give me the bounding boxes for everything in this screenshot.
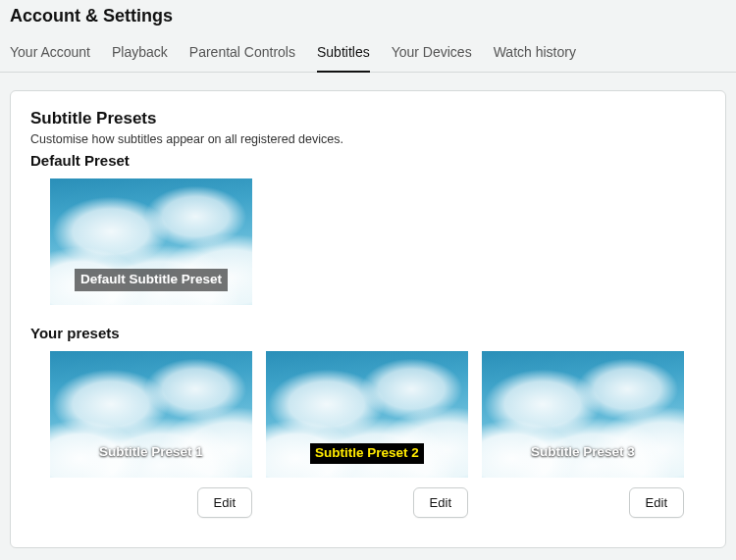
preset-thumb-1[interactable]: Subtitle Preset 1 — [50, 351, 252, 478]
section-description: Customise how subtitles appear on all re… — [30, 132, 706, 146]
tab-parental-controls[interactable]: Parental Controls — [189, 34, 295, 72]
default-preset-caption: Default Subtitle Preset — [75, 269, 228, 291]
tab-your-account[interactable]: Your Account — [10, 34, 90, 72]
preset-thumb-3[interactable]: Subtitle Preset 3 — [482, 351, 684, 478]
your-presets-heading: Your presets — [30, 325, 706, 341]
subtitle-presets-panel: Subtitle Presets Customise how subtitles… — [10, 90, 726, 548]
preset-card-1: Subtitle Preset 1 Edit — [50, 351, 252, 518]
default-preset-row: Default Subtitle Preset — [50, 178, 706, 305]
section-title: Subtitle Presets — [30, 109, 706, 128]
edit-button-preset-2[interactable]: Edit — [413, 487, 468, 518]
default-preset-card: Default Subtitle Preset — [50, 178, 252, 305]
tab-watch-history[interactable]: Watch history — [494, 34, 576, 72]
page-title: Account & Settings — [0, 0, 736, 34]
your-presets-row: Subtitle Preset 1 Edit Subtitle Preset 2… — [50, 351, 706, 518]
preset-caption-3: Subtitle Preset 3 — [525, 441, 641, 464]
tab-your-devices[interactable]: Your Devices — [392, 34, 472, 72]
settings-tabs: Your Account Playback Parental Controls … — [0, 34, 736, 73]
tab-playback[interactable]: Playback — [112, 34, 168, 72]
tab-subtitles[interactable]: Subtitles — [317, 34, 370, 72]
default-preset-heading: Default Preset — [30, 152, 706, 169]
preset-thumb-2[interactable]: Subtitle Preset 2 — [266, 351, 468, 478]
preset-card-2: Subtitle Preset 2 Edit — [266, 351, 468, 518]
edit-button-preset-3[interactable]: Edit — [629, 487, 684, 518]
preset-caption-1: Subtitle Preset 1 — [93, 441, 209, 464]
edit-button-preset-1[interactable]: Edit — [197, 487, 252, 518]
preset-caption-2: Subtitle Preset 2 — [310, 443, 424, 464]
default-preset-thumb[interactable]: Default Subtitle Preset — [50, 178, 252, 305]
preset-card-3: Subtitle Preset 3 Edit — [482, 351, 684, 518]
